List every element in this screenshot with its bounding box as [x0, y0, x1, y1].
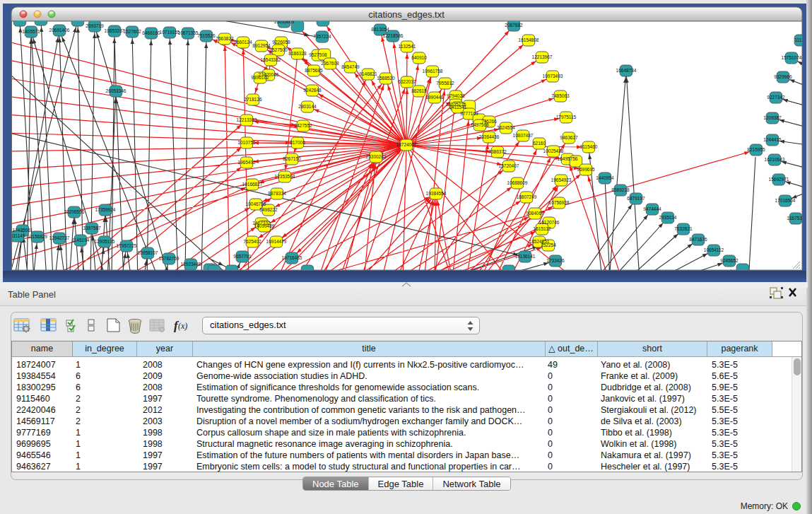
svg-text:9242848: 9242848: [303, 88, 322, 93]
svg-text:16782759: 16782759: [159, 256, 180, 261]
svg-text:317006: 317006: [290, 140, 305, 145]
svg-text:1615112: 1615112: [534, 226, 551, 231]
svg-text:7663822: 7663822: [216, 36, 234, 41]
svg-text:16914479: 16914479: [266, 239, 287, 244]
svg-text:10719155: 10719155: [160, 30, 180, 35]
svg-text:20206556: 20206556: [64, 209, 85, 214]
svg-text:19654923: 19654923: [551, 177, 572, 182]
svg-text:8215955: 8215955: [747, 147, 765, 152]
svg-text:6879197: 6879197: [627, 196, 645, 201]
svg-text:1145194: 1145194: [72, 238, 90, 243]
svg-text:6497568: 6497568: [471, 122, 489, 127]
svg-text:6322037: 6322037: [398, 79, 416, 84]
svg-text:331149: 331149: [10, 233, 25, 238]
svg-text:7515526: 7515526: [197, 33, 216, 38]
svg-text:7485063: 7485063: [551, 93, 570, 98]
svg-text:8454749: 8454749: [341, 64, 360, 69]
svg-text:12905135: 12905135: [95, 239, 115, 244]
svg-text:2693719: 2693719: [86, 23, 104, 28]
svg-text:10671355: 10671355: [178, 30, 199, 35]
svg-text:1440954: 1440954: [596, 175, 614, 180]
svg-text:12942737: 12942737: [49, 235, 70, 240]
svg-text:9226058: 9226058: [272, 40, 290, 45]
svg-text:3624554: 3624554: [497, 125, 515, 130]
svg-text:(x): (x): [178, 321, 187, 331]
svg-text:9329966: 9329966: [774, 74, 792, 79]
svg-text:1209387: 1209387: [763, 115, 782, 120]
svg-text:862615: 862615: [411, 88, 427, 93]
svg-text:10807487: 10807487: [513, 133, 534, 138]
svg-text:6466160: 6466160: [142, 30, 160, 35]
svg-text:9794028: 9794028: [447, 93, 465, 98]
svg-text:10958107: 10958107: [138, 250, 158, 255]
svg-text:9699695: 9699695: [577, 167, 595, 172]
svg-text:16154808: 16154808: [519, 37, 539, 42]
svg-text:16120746: 16120746: [539, 220, 560, 225]
svg-text:9527500: 9527500: [269, 47, 288, 52]
svg-text:17957225: 17957225: [117, 243, 137, 248]
svg-text:7632621: 7632621: [674, 226, 693, 231]
svg-text:5498222: 5498222: [259, 207, 278, 212]
svg-text:8990448: 8990448: [425, 95, 444, 100]
svg-text:citations_edges.txt: citations_edges.txt: [368, 9, 445, 20]
svg-text:640910: 640910: [411, 55, 427, 60]
svg-text:10025438: 10025438: [543, 148, 564, 153]
svg-text:17359924: 17359924: [95, 207, 116, 212]
svg-text:2803144: 2803144: [298, 104, 317, 109]
svg-text:10756928: 10756928: [549, 200, 570, 205]
svg-text:17016504: 17016504: [775, 198, 796, 203]
svg-text:2367608: 2367608: [321, 61, 339, 66]
svg-text:1405571: 1405571: [22, 29, 40, 34]
svg-text:8912954: 8912954: [252, 43, 271, 48]
svg-text:10853287: 10853287: [105, 28, 125, 33]
svg-text:9474444: 9474444: [643, 206, 661, 211]
svg-text:10961758: 10961758: [423, 69, 443, 74]
svg-text:9463627: 9463627: [560, 135, 578, 140]
svg-text:8471676: 8471676: [689, 237, 707, 242]
svg-text:15720407: 15720407: [499, 163, 519, 168]
svg-text:7625402: 7625402: [243, 239, 261, 244]
svg-text:20691406: 20691406: [49, 28, 70, 33]
svg-text:20364436: 20364436: [479, 134, 500, 139]
svg-text:2718126: 2718126: [244, 97, 262, 102]
svg-text:18807249: 18807249: [517, 194, 537, 199]
svg-text:7955812: 7955812: [436, 81, 454, 86]
svg-text:16648784: 16648784: [616, 68, 637, 73]
svg-text:8186328: 8186328: [288, 51, 307, 56]
svg-text:19384554: 19384554: [426, 191, 447, 196]
svg-text:12213967: 12213967: [532, 54, 553, 59]
svg-text:1733426: 1733426: [546, 258, 565, 263]
svg-text:19716485: 19716485: [282, 255, 302, 260]
svg-text:7386372: 7386372: [488, 149, 507, 154]
svg-text:16210643: 16210643: [765, 157, 785, 162]
svg-text:10046755: 10046755: [246, 201, 266, 206]
svg-text:8875685: 8875685: [305, 68, 323, 73]
svg-text:8427552: 8427552: [294, 123, 312, 128]
svg-text:1244415: 1244415: [763, 137, 782, 142]
svg-text:12353594: 12353594: [275, 174, 295, 179]
svg-text:10973493: 10973493: [543, 74, 563, 78]
svg-text:10688609: 10688609: [507, 180, 528, 185]
svg-text:1527602: 1527602: [123, 29, 141, 34]
svg-text:9115460: 9115460: [580, 144, 598, 149]
svg-text:2935114: 2935114: [659, 215, 677, 220]
svg-text:2087682: 2087682: [505, 23, 523, 28]
svg-text:11156829: 11156829: [28, 234, 47, 239]
svg-text:14099489: 14099489: [254, 223, 275, 228]
svg-text:12213383: 12213383: [237, 117, 257, 122]
svg-text:252254: 252254: [541, 243, 556, 247]
svg-text:25300243: 25300243: [366, 154, 387, 159]
svg-text:9657791: 9657791: [233, 254, 252, 259]
svg-text:8813054: 8813054: [371, 27, 389, 32]
svg-text:1588520: 1588520: [377, 76, 395, 81]
svg-text:15751074: 15751074: [782, 55, 802, 60]
svg-text:7357224: 7357224: [313, 34, 331, 39]
svg-text:9227342: 9227342: [767, 95, 785, 100]
svg-text:8878334: 8878334: [268, 191, 286, 196]
svg-text:9245652: 9245652: [720, 258, 739, 263]
svg-text:9146821: 9146821: [359, 71, 377, 76]
svg-text:15692971: 15692971: [769, 177, 789, 182]
svg-text:16495756: 16495756: [558, 156, 578, 161]
svg-text:12218586: 12218586: [383, 33, 404, 38]
svg-text:17975115: 17975115: [556, 115, 577, 119]
